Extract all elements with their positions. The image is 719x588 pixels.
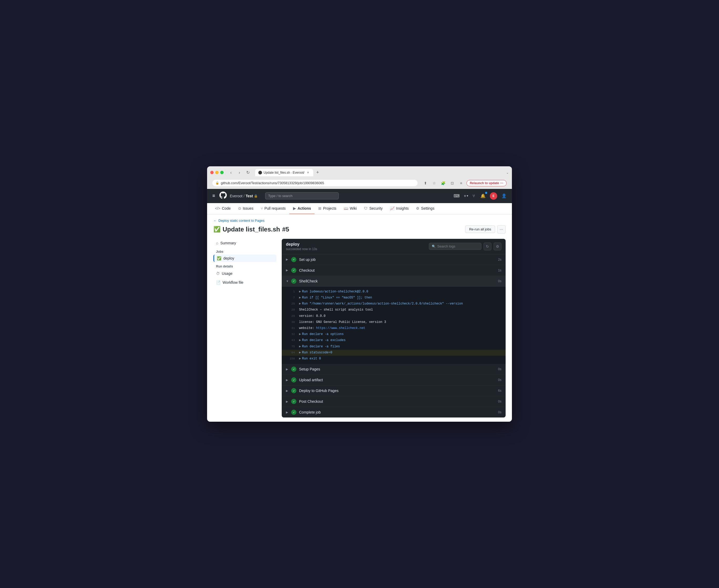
log-line-84: 84 ▶Run statuscode=0 bbox=[282, 350, 506, 356]
job-success-icon: ✅ bbox=[217, 256, 221, 260]
step-row-post-checkout[interactable]: ▶ ✓ Post Checkout 0s bbox=[282, 396, 506, 407]
nav-label-wiki: Wiki bbox=[350, 206, 356, 210]
tab-expand-button[interactable]: ⌄ bbox=[506, 171, 509, 174]
nav-item-code[interactable]: </> Code bbox=[211, 203, 234, 214]
step-row-upload-artifact[interactable]: ▶ ✓ Upload artifact 0s bbox=[282, 375, 506, 385]
nav-label-actions: Actions bbox=[297, 206, 311, 210]
actions-play-icon: ▶ bbox=[293, 206, 296, 210]
file-icon: 📄 bbox=[216, 280, 221, 285]
relaunch-button[interactable]: Relaunch to update ⋯ bbox=[467, 180, 507, 186]
maximize-traffic-light[interactable] bbox=[220, 171, 224, 174]
split-view-button[interactable]: ⊡ bbox=[449, 180, 456, 187]
clock-icon: ⏱ bbox=[216, 271, 220, 276]
refresh-logs-button[interactable]: ↻ bbox=[484, 243, 491, 250]
log-line-content-84: ▶Run statuscode=0 bbox=[299, 350, 332, 355]
tab-close-button[interactable]: ✕ bbox=[306, 170, 310, 175]
bookmark-button[interactable]: ☆ bbox=[431, 180, 438, 187]
log-line-75: 75 ▶Run declare -a files bbox=[282, 344, 506, 350]
step-chevron-upload-icon: ▶ bbox=[286, 378, 291, 382]
step-status-complete-job: ✓ bbox=[291, 410, 296, 415]
log-line-num-25: 25 bbox=[282, 301, 295, 306]
org-link[interactable]: Everoot bbox=[230, 194, 243, 198]
nav-label-code: Code bbox=[222, 206, 230, 210]
sidebar-item-usage[interactable]: ⏱ Usage bbox=[213, 269, 276, 278]
step-duration-post-checkout: 0s bbox=[498, 400, 501, 403]
more-options-button[interactable]: ··· bbox=[497, 225, 506, 234]
nav-item-issues[interactable]: ⊙ Issues bbox=[234, 203, 257, 214]
log-line-num-32: 32 bbox=[282, 332, 295, 337]
nav-item-insights[interactable]: 📈 Insights bbox=[386, 203, 412, 214]
create-new-button[interactable]: + ▾ bbox=[464, 194, 468, 198]
deploy-subtitle: succeeded now in 13s bbox=[286, 247, 317, 251]
active-tab[interactable]: Update list_files.sh · Everoot/ ✕ bbox=[255, 169, 313, 176]
sidebar-job-deploy[interactable]: ✅ deploy bbox=[213, 255, 276, 262]
repo-name[interactable]: Test bbox=[246, 194, 253, 198]
nav-item-actions[interactable]: ▶ Actions bbox=[289, 203, 314, 214]
summary-label: Summary bbox=[220, 241, 236, 245]
share-button[interactable]: ⬆ bbox=[422, 180, 429, 187]
user-avatar-button[interactable]: E bbox=[490, 192, 497, 200]
github-page: ≡ Everoot / Test 🔒 ⌨ + ▾ bbox=[207, 189, 512, 422]
repo-breadcrumb: Everoot / Test 🔒 bbox=[230, 194, 258, 198]
workflow-title: ✅ Update list_files.sh #5 bbox=[213, 226, 289, 233]
two-column-layout: ⌂ Summary Jobs ✅ deploy Run details ⏱ Us… bbox=[213, 239, 506, 418]
hamburger-menu-button[interactable]: ≡ bbox=[211, 192, 216, 200]
nav-item-projects[interactable]: ⊞ Projects bbox=[314, 203, 340, 214]
github-topnav: ≡ Everoot / Test 🔒 ⌨ + ▾ bbox=[207, 189, 512, 203]
log-line-num-43: 43 bbox=[282, 338, 295, 343]
step-row-setup-job[interactable]: ▶ ✓ Set up job 2s bbox=[282, 254, 506, 265]
back-breadcrumb[interactable]: ← Deploy static content to Pages bbox=[213, 218, 506, 223]
step-status-upload: ✓ bbox=[291, 377, 296, 382]
log-settings-button[interactable]: ⚙ bbox=[494, 243, 501, 250]
log-line-num-7: 7 bbox=[282, 296, 295, 300]
step-row-checkout[interactable]: ▶ ✓ Checkout 1s bbox=[282, 265, 506, 276]
address-bar[interactable]: 🔒 github.com/Everoot/Test/actions/runs/7… bbox=[212, 180, 417, 186]
step-row-complete-job[interactable]: ▶ ✓ Complete job 0s bbox=[282, 407, 506, 418]
close-traffic-light[interactable] bbox=[210, 171, 214, 174]
pull-requests-button[interactable]: ⑂ bbox=[471, 193, 476, 200]
step-row-shellcheck[interactable]: ▼ ✓ ShellCheck 0s bbox=[282, 276, 506, 287]
log-line-num-30: 30 bbox=[282, 320, 295, 325]
log-line-30: 30 license: GNU General Public License, … bbox=[282, 319, 506, 325]
job-deploy-label: deploy bbox=[223, 256, 234, 260]
refresh-button[interactable]: ↻ bbox=[245, 169, 251, 176]
log-line-31: 31 website: https://www.shellcheck.net bbox=[282, 325, 506, 331]
sidebar-item-summary[interactable]: ⌂ Summary bbox=[213, 239, 276, 247]
minimize-traffic-light[interactable] bbox=[215, 171, 219, 174]
nav-item-wiki[interactable]: 📖 Wiki bbox=[340, 203, 360, 214]
shellcheck-link[interactable]: https://www.shellcheck.net bbox=[316, 326, 365, 330]
new-tab-button[interactable]: + bbox=[314, 169, 321, 176]
extensions-button[interactable]: 🧩 bbox=[440, 180, 447, 187]
create-chevron-icon: ▾ bbox=[467, 194, 468, 197]
step-row-setup-pages[interactable]: ▶ ✓ Setup Pages 0s bbox=[282, 364, 506, 375]
log-search-container[interactable]: 🔍 bbox=[429, 243, 481, 250]
step-name-complete-job: Complete job bbox=[299, 410, 498, 414]
security-icon: 🛡 bbox=[364, 206, 368, 210]
reader-view-button[interactable]: ≡ bbox=[457, 180, 465, 187]
step-chevron-checkout-icon: ▶ bbox=[286, 269, 291, 272]
code-icon: </> bbox=[215, 206, 220, 210]
github-logo[interactable] bbox=[220, 191, 227, 201]
nav-item-security[interactable]: 🛡 Security bbox=[360, 203, 386, 214]
step-row-deploy-pages[interactable]: ▶ ✓ Deploy to GitHub Pages 6s bbox=[282, 385, 506, 396]
tab-favicon bbox=[258, 171, 262, 174]
nav-item-settings[interactable]: ⚙ Settings bbox=[412, 203, 438, 214]
notification-badge bbox=[485, 192, 487, 194]
workflow-file-label: Workflow file bbox=[223, 280, 243, 285]
sidebar-item-workflow-file[interactable]: 📄 Workflow file bbox=[213, 278, 276, 287]
step-chevron-icon: ▶ bbox=[286, 258, 291, 261]
log-line-content-25: ▶Run "/home/runner/work/_actions/ludeeus… bbox=[299, 301, 463, 306]
back-button[interactable]: ‹ bbox=[228, 169, 234, 176]
rerun-all-jobs-button[interactable]: Re-run all jobs bbox=[465, 226, 495, 233]
topnav-search[interactable] bbox=[265, 192, 339, 200]
workflow-success-icon: ✅ bbox=[213, 226, 221, 233]
nav-item-pull-requests[interactable]: ⑂ Pull requests bbox=[257, 203, 289, 214]
log-search-input[interactable] bbox=[437, 244, 478, 248]
step-name-upload: Upload artifact bbox=[299, 378, 498, 382]
global-search-input[interactable] bbox=[265, 192, 339, 200]
terminal-button[interactable]: ⌨ bbox=[453, 192, 461, 200]
browser-nav: ‹ › ↻ bbox=[228, 169, 251, 176]
user-menu-button[interactable]: 👤 bbox=[500, 192, 508, 200]
forward-button[interactable]: › bbox=[236, 169, 243, 176]
nav-label-issues: Issues bbox=[243, 206, 253, 210]
